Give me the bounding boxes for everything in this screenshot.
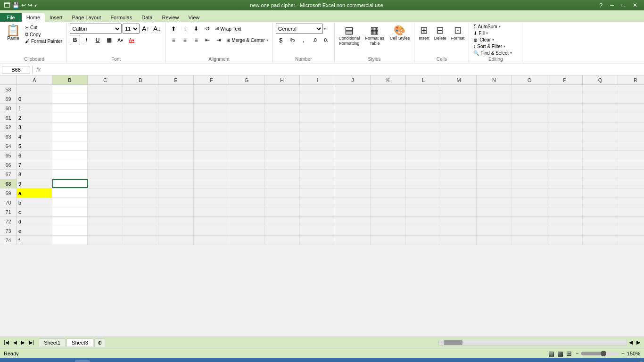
cell-c74[interactable] — [88, 236, 123, 245]
cell-i64[interactable] — [300, 141, 335, 150]
cell-g59[interactable] — [229, 94, 264, 103]
cell-k58[interactable] — [371, 85, 406, 94]
cell-p62[interactable] — [547, 123, 583, 132]
cell-d71[interactable] — [123, 207, 158, 216]
cell-g69[interactable] — [229, 189, 264, 197]
cell-c73[interactable] — [88, 226, 123, 235]
cell-m73[interactable] — [441, 226, 477, 235]
cell-f70[interactable] — [194, 198, 229, 207]
percent-button[interactable]: % — [287, 35, 297, 45]
underline-button[interactable]: U — [92, 35, 103, 45]
cell-l68[interactable] — [406, 179, 441, 188]
cell-r59[interactable] — [618, 94, 644, 103]
cell-o70[interactable] — [512, 198, 547, 207]
cell-n68[interactable] — [477, 179, 512, 188]
cell-k63[interactable] — [371, 132, 406, 141]
cell-q74[interactable] — [583, 236, 618, 245]
cell-n61[interactable] — [477, 113, 512, 122]
cell-a74[interactable]: f — [17, 236, 52, 245]
cell-g68[interactable] — [229, 179, 264, 188]
cell-l64[interactable] — [406, 141, 441, 150]
cell-i61[interactable] — [300, 113, 335, 122]
cell-a69[interactable]: a — [17, 189, 52, 197]
cell-q72[interactable] — [583, 217, 618, 226]
cell-g67[interactable] — [229, 170, 264, 179]
cell-l62[interactable] — [406, 123, 441, 132]
cell-r72[interactable] — [618, 217, 644, 226]
scroll-left-btn[interactable]: ◀ — [629, 339, 633, 346]
cell-o74[interactable] — [512, 236, 547, 245]
cell-m70[interactable] — [441, 198, 477, 207]
cell-j67[interactable] — [335, 170, 371, 179]
col-header-c[interactable]: C — [88, 75, 123, 84]
col-header-p[interactable]: P — [547, 75, 583, 84]
cell-c65[interactable] — [88, 151, 123, 160]
cell-p66[interactable] — [547, 160, 583, 169]
cell-i68[interactable] — [300, 179, 335, 188]
cell-f61[interactable] — [194, 113, 229, 122]
cell-e70[interactable] — [158, 198, 194, 207]
cell-b73[interactable] — [52, 226, 88, 235]
cell-f65[interactable] — [194, 151, 229, 160]
cell-d66[interactable] — [123, 160, 158, 169]
col-header-o[interactable]: O — [512, 75, 547, 84]
font-color-button[interactable]: A▾ — [126, 35, 137, 45]
cell-h63[interactable] — [264, 132, 300, 141]
cell-i59[interactable] — [300, 94, 335, 103]
cell-e65[interactable] — [158, 151, 194, 160]
cell-p63[interactable] — [547, 132, 583, 141]
cell-k74[interactable] — [371, 236, 406, 245]
col-header-n[interactable]: N — [477, 75, 512, 84]
cell-k69[interactable] — [371, 189, 406, 197]
cell-g61[interactable] — [229, 113, 264, 122]
cell-i72[interactable] — [300, 217, 335, 226]
scroll-right-btn[interactable]: ▶ — [636, 339, 640, 346]
cell-c66[interactable] — [88, 160, 123, 169]
cell-b74[interactable] — [52, 236, 88, 245]
cell-k71[interactable] — [371, 207, 406, 216]
cell-l59[interactable] — [406, 94, 441, 103]
cell-a71[interactable]: c — [17, 207, 52, 216]
cell-g72[interactable] — [229, 217, 264, 226]
cell-n60[interactable] — [477, 104, 512, 113]
find-select-button[interactable]: 🔍 Find & Select ▾ — [472, 50, 513, 56]
cell-c62[interactable] — [88, 123, 123, 132]
cell-n62[interactable] — [477, 123, 512, 132]
cell-j62[interactable] — [335, 123, 371, 132]
cell-j59[interactable] — [335, 94, 371, 103]
formula-input[interactable] — [44, 66, 642, 73]
cell-f59[interactable] — [194, 94, 229, 103]
cell-o64[interactable] — [512, 141, 547, 150]
col-header-e[interactable]: E — [158, 75, 194, 84]
cell-e64[interactable] — [158, 141, 194, 150]
cell-i58[interactable] — [300, 85, 335, 94]
quick-access-save[interactable]: 💾 — [12, 2, 19, 8]
cell-f66[interactable] — [194, 160, 229, 169]
cell-o73[interactable] — [512, 226, 547, 235]
cell-r64[interactable] — [618, 141, 644, 150]
cell-d62[interactable] — [123, 123, 158, 132]
sheet-nav-last[interactable]: ▶| — [27, 339, 36, 346]
autosum-button[interactable]: Σ AutoSum ▾ — [472, 24, 502, 30]
cell-h66[interactable] — [264, 160, 300, 169]
cell-o61[interactable] — [512, 113, 547, 122]
cell-p70[interactable] — [547, 198, 583, 207]
cell-p58[interactable] — [547, 85, 583, 94]
cell-a61[interactable]: 2 — [17, 113, 52, 122]
cell-i73[interactable] — [300, 226, 335, 235]
cell-a67[interactable]: 8 — [17, 170, 52, 179]
cell-j69[interactable] — [335, 189, 371, 197]
cell-c58[interactable] — [88, 85, 123, 94]
cell-f69[interactable] — [194, 189, 229, 197]
col-header-m[interactable]: M — [441, 75, 477, 84]
cell-b69[interactable] — [52, 189, 88, 197]
cell-l73[interactable] — [406, 226, 441, 235]
cell-reference-box[interactable]: B68 — [2, 66, 30, 74]
cell-l61[interactable] — [406, 113, 441, 122]
cell-a58[interactable] — [17, 85, 52, 94]
cell-o59[interactable] — [512, 94, 547, 103]
cell-j58[interactable] — [335, 85, 371, 94]
cell-r66[interactable] — [618, 160, 644, 169]
cell-o63[interactable] — [512, 132, 547, 141]
cell-e72[interactable] — [158, 217, 194, 226]
